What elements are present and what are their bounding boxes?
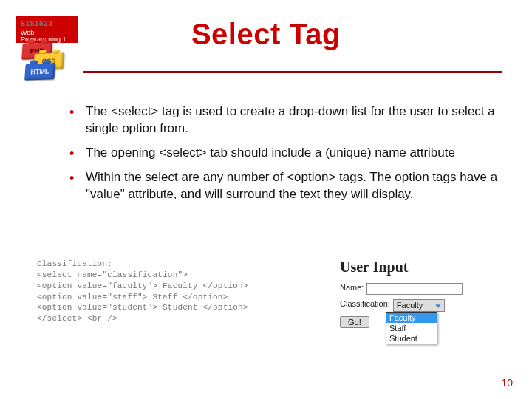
code-line: <option value="faculty"> Faculty </optio… <box>37 281 318 292</box>
classification-select[interactable]: Faculty <box>393 299 445 312</box>
form-demo: User Input Name: Classification: Faculty… <box>340 259 510 332</box>
select-option[interactable]: Faculty <box>386 313 437 323</box>
select-dropdown-list: Faculty Staff Student <box>386 312 437 344</box>
code-line: <option value="student"> Student </optio… <box>37 302 318 313</box>
select-option[interactable]: Staff <box>386 323 437 333</box>
code-line: <option value="staff"> Staff </option> <box>37 292 318 303</box>
bullet-item: Within the select are any number of <opt… <box>66 169 502 203</box>
bullet-item: The <select> tag is used to create a dro… <box>66 103 502 137</box>
code-line: </select> <br /> <box>37 313 318 324</box>
code-line: <select name="classification"> <box>37 270 318 281</box>
page-number: 10 <box>501 377 513 389</box>
classification-label: Classification: <box>340 299 390 308</box>
submit-button[interactable]: Go! <box>340 316 369 328</box>
brick-html: HTML <box>24 63 55 80</box>
demo-heading: User Input <box>340 259 510 276</box>
name-label: Name: <box>340 283 364 292</box>
select-option[interactable]: Student <box>386 333 437 344</box>
bullet-item: The opening <select> tab should include … <box>66 145 502 162</box>
title-underline <box>83 71 502 73</box>
name-input[interactable] <box>366 283 463 295</box>
code-sample: Classification: <select name="classifica… <box>37 259 318 332</box>
code-line: Classification: <box>37 259 318 270</box>
bullet-list: The <select> tag is used to create a dro… <box>66 103 502 211</box>
slide-title: Select Tag <box>0 18 532 51</box>
